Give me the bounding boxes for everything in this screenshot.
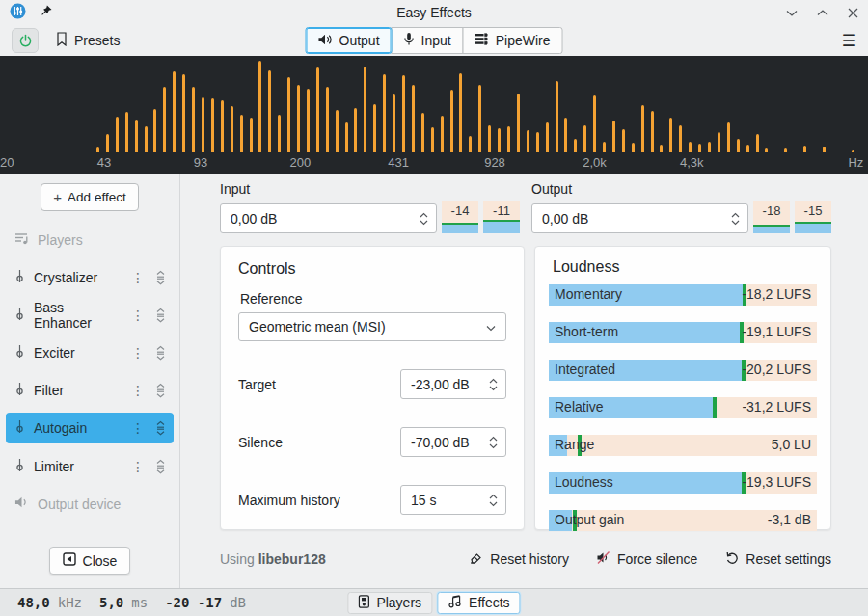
autogain-panel: Input 0,00 dB -14 -11 (180, 174, 868, 588)
axis-tick-label: 431 (388, 155, 409, 170)
meter-value: -18,2 LUFS (742, 286, 811, 302)
bookmark-icon (56, 32, 68, 49)
reset-settings-button[interactable]: Reset settings (724, 550, 831, 568)
sidebar-item-exciter[interactable]: Exciter ⋮ (6, 334, 174, 371)
spectrum-bar (478, 85, 481, 152)
effect-menu-icon[interactable]: ⋮ (131, 270, 145, 285)
drag-handle-icon[interactable] (153, 459, 168, 474)
spinner-arrows-icon[interactable] (489, 378, 498, 391)
spectrum-bar (268, 70, 271, 153)
axis-tick-label: 200 (290, 155, 312, 170)
drag-handle-icon[interactable] (153, 270, 168, 285)
sample-rate-unit: kHz (58, 595, 82, 610)
output-gain-spinbox[interactable]: 0,00 dB (531, 203, 748, 233)
fader-icon (14, 382, 25, 399)
close-button[interactable]: Close (49, 547, 131, 575)
spinner-arrows-icon[interactable] (489, 436, 498, 449)
reference-dropdown[interactable]: Geometric mean (MSI) (238, 312, 506, 341)
spectrum-bar (507, 126, 510, 152)
input-gain-spinbox[interactable]: 0,00 dB (220, 203, 437, 233)
speaker-icon (14, 495, 29, 512)
pin-icon[interactable] (40, 4, 52, 21)
speaker-icon (318, 33, 333, 49)
spectrum-bar (593, 95, 596, 152)
fader-icon (14, 269, 25, 286)
close-window-icon[interactable] (848, 8, 858, 18)
sidebar-item-players[interactable]: Players (6, 221, 174, 258)
effect-menu-icon[interactable]: ⋮ (131, 383, 145, 398)
sidebar-item-output-device[interactable]: Output device (6, 485, 174, 522)
meter-value: -14 (442, 201, 478, 218)
menu-icon[interactable]: ☰ (842, 31, 856, 51)
global-level-value: -20 -17 (165, 595, 222, 610)
spectrum-bar (852, 150, 854, 152)
fader-icon (14, 458, 25, 475)
sidebar-item-filter[interactable]: Filter ⋮ (6, 371, 174, 409)
target-spinbox[interactable]: -23,00 dB (400, 369, 506, 399)
spinner-arrows-icon[interactable] (731, 212, 740, 226)
spectrum-bar (546, 122, 549, 152)
meter-label: Short-term (555, 324, 618, 339)
fader-icon (14, 307, 25, 324)
maximize-icon[interactable] (817, 9, 828, 17)
meter-value: -15 (795, 201, 831, 218)
reset-history-button[interactable]: Reset history (469, 550, 569, 568)
effect-menu-icon[interactable]: ⋮ (131, 459, 145, 474)
latency-value: 5,0 (99, 595, 123, 610)
tab-players[interactable]: Players (347, 592, 432, 614)
target-label: Target (238, 377, 276, 392)
tab-input[interactable]: Input (392, 27, 464, 54)
effect-menu-icon[interactable]: ⋮ (131, 345, 145, 361)
spectrum-bar (718, 132, 720, 152)
effect-menu-icon[interactable]: ⋮ (131, 420, 145, 436)
spinner-arrows-icon[interactable] (420, 212, 428, 226)
meter-value: -31,2 LUFS (742, 399, 811, 415)
axis-tick-label: 4,3k (680, 155, 704, 170)
presets-button[interactable]: Presets (56, 32, 120, 49)
force-silence-button[interactable]: Force silence (596, 550, 697, 568)
sidebar-item-bass-enhancer[interactable]: Bass Enhancer ⋮ (6, 296, 174, 334)
close-label: Close (83, 553, 118, 569)
spectrum-bar (316, 67, 319, 152)
sidebar-item-autogain[interactable]: Autogain ⋮ (6, 413, 174, 443)
spectrum-bar (765, 148, 768, 152)
fader-icon (14, 344, 25, 362)
add-effect-button[interactable]: + Add effect (41, 183, 138, 211)
pipewire-icon (475, 33, 489, 48)
spectrum-bar (211, 98, 214, 152)
effect-menu-icon[interactable]: ⋮ (131, 308, 145, 323)
effect-name: Bass Enhancer (34, 300, 122, 331)
spectrum-bar (163, 87, 166, 152)
music-note-icon (448, 595, 462, 611)
meter-value: -20,2 LUFS (742, 362, 811, 377)
spectrum-bar (202, 97, 204, 152)
playlist-icon (14, 232, 29, 248)
bypass-power-button[interactable] (12, 28, 39, 53)
spinner-arrows-icon[interactable] (489, 494, 498, 507)
spectrum-bar (727, 122, 730, 152)
drag-handle-icon[interactable] (153, 420, 168, 436)
drag-handle-icon[interactable] (153, 308, 168, 323)
tab-pipewire[interactable]: PipeWire (463, 27, 563, 54)
sidebar-item-crystalizer[interactable]: Crystalizer ⋮ (6, 258, 174, 296)
spectrum-bar (278, 115, 281, 152)
spectrum-bar (431, 127, 434, 152)
spectrum-bar (612, 121, 615, 152)
spectrum-bar (326, 87, 329, 152)
drag-handle-icon[interactable] (153, 345, 168, 361)
chevron-down-icon (486, 319, 496, 335)
minimize-icon[interactable] (786, 9, 798, 17)
sidebar-item-limiter[interactable]: Limiter ⋮ (6, 447, 174, 485)
spectrum-bar (689, 142, 692, 152)
tab-effects[interactable]: Effects (437, 592, 521, 614)
meter-label: Range (555, 437, 594, 452)
tab-output[interactable]: Output (306, 27, 393, 54)
spectrum-bar (96, 147, 99, 152)
axis-tick-label: 20 (0, 155, 14, 170)
drag-handle-icon[interactable] (153, 383, 168, 398)
silence-spinbox[interactable]: -70,00 dB (400, 427, 506, 457)
spectrum-bar (192, 87, 195, 152)
loudness-meter-relative: Relative -31,2 LUFS (549, 397, 817, 418)
spectrum-bar (221, 100, 224, 152)
maximum-history-spinbox[interactable]: 15 s (400, 485, 506, 515)
